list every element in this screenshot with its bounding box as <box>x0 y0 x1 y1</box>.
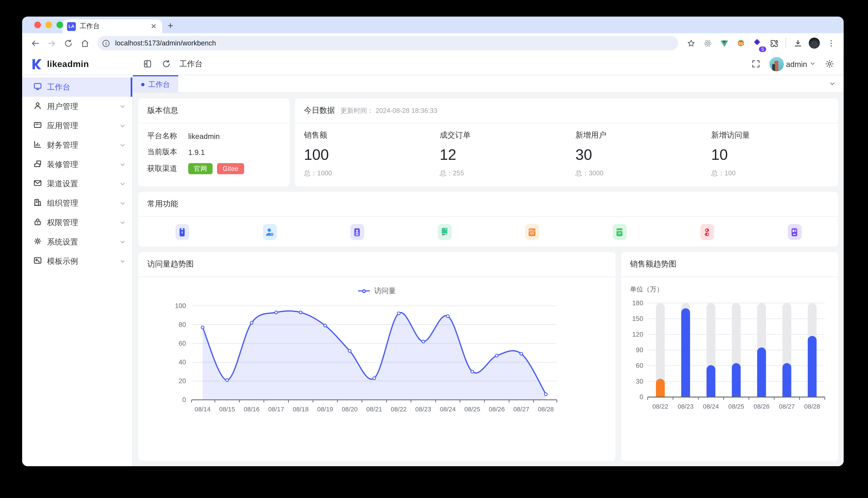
quick-item-角色管理[interactable]: 角色管理 <box>226 224 313 247</box>
chevron-down-icon <box>119 160 126 169</box>
stat-value: 10 <box>711 147 838 163</box>
refresh-page-icon[interactable] <box>159 57 173 70</box>
browser-tab[interactable]: LA 工作台 ✕ <box>63 19 162 33</box>
sidebar-item-装修管理[interactable]: 装修管理 <box>22 155 132 174</box>
sidebar: 工作台用户管理应用管理财务管理装修管理渠道设置组织管理权限管理系统设置模板示例 <box>22 75 133 466</box>
stat-label: 销售额 <box>304 131 431 141</box>
svg-text:08/24: 08/24 <box>440 406 456 412</box>
sidebar-item-模板示例[interactable]: 模板示例 <box>22 251 132 271</box>
quick-functions-card: 常用功能 管理员角色管理部门管理字典管理代码生成器素材中心菜单权限网站信息 <box>138 192 838 247</box>
finance-chart-icon <box>33 140 42 150</box>
department-card-icon <box>350 224 364 240</box>
sidebar-item-label: 用户管理 <box>47 102 114 112</box>
zoom-window-button[interactable] <box>56 22 63 28</box>
page-tab-label: 工作台 <box>149 79 170 89</box>
quick-item-管理员[interactable]: 管理员 <box>138 224 226 247</box>
home-icon[interactable] <box>78 36 92 50</box>
close-window-button[interactable] <box>34 22 41 28</box>
downloads-icon[interactable] <box>790 36 805 50</box>
quick-item-部门管理[interactable]: 部门管理 <box>313 224 401 247</box>
minimize-window-button[interactable] <box>46 22 52 28</box>
version-row: 当前版本1.9.1 <box>147 147 281 157</box>
back-icon[interactable] <box>28 36 42 50</box>
visits-trend-title: 访问量趋势图 <box>138 252 615 277</box>
window-controls[interactable] <box>34 22 63 28</box>
today-card-title: 今日数据 <box>304 106 335 116</box>
stat-label: 新增访问量 <box>711 131 838 141</box>
vue-devtools-extension-icon[interactable] <box>717 36 731 50</box>
quick-item-字典管理[interactable]: 字典管理 <box>401 224 488 247</box>
tab-close-icon[interactable]: ✕ <box>150 22 158 30</box>
version-channel-row: 获取渠道官网Gitee <box>147 163 281 174</box>
browser-profile-avatar[interactable] <box>807 36 821 50</box>
svg-text:08/16: 08/16 <box>244 406 260 412</box>
stat-value: 12 <box>440 147 567 163</box>
svg-text:0: 0 <box>639 393 643 401</box>
reload-icon[interactable] <box>61 36 75 50</box>
svg-text:08/22: 08/22 <box>652 403 668 410</box>
quick-item-label: 菜单权限 <box>692 246 721 247</box>
svg-text:08/23: 08/23 <box>678 403 694 410</box>
sidebar-item-组织管理[interactable]: 组织管理 <box>22 194 132 213</box>
sidebar-item-应用管理[interactable]: 应用管理 <box>22 116 132 135</box>
quick-item-label: 字典管理 <box>430 246 459 247</box>
settings-gear-icon[interactable] <box>822 57 836 70</box>
browser-menu-kebab-icon[interactable] <box>824 36 838 50</box>
page-tabs-row: 工作台 <box>133 75 844 93</box>
url-bar[interactable]: localhost:5173/admin/workbench <box>98 36 678 50</box>
svg-text:30: 30 <box>636 378 643 385</box>
svg-text:08/26: 08/26 <box>754 403 769 410</box>
channel-label: 获取渠道 <box>147 163 188 174</box>
user-avatar <box>769 57 784 71</box>
browser-tab-strip: LA 工作台 ✕ + <box>22 17 844 33</box>
gem-extension-icon[interactable]: 5 <box>750 36 764 50</box>
official-site-button[interactable]: 官网 <box>188 163 213 174</box>
page-tab-workbench[interactable]: 工作台 <box>133 75 178 92</box>
version-info-card: 版本信息 平台名称likeadmin当前版本1.9.1获取渠道官网Gitee <box>138 99 290 186</box>
sidebar-item-用户管理[interactable]: 用户管理 <box>22 97 132 116</box>
sidebar-item-label: 应用管理 <box>47 121 114 131</box>
bookmark-star-icon[interactable] <box>684 36 698 50</box>
sidebar-item-财务管理[interactable]: 财务管理 <box>22 135 132 155</box>
svg-text:100: 100 <box>175 302 186 310</box>
quick-item-菜单权限[interactable]: 菜单权限 <box>663 224 751 247</box>
version-row-label: 平台名称 <box>147 131 188 141</box>
collapse-sidebar-icon[interactable] <box>141 57 154 70</box>
extensions-puzzle-icon[interactable] <box>767 36 781 50</box>
svg-text:60: 60 <box>179 340 186 347</box>
forward-icon[interactable] <box>44 36 59 50</box>
svg-text:40: 40 <box>179 358 186 366</box>
sidebar-item-工作台[interactable]: 工作台 <box>22 77 132 97</box>
user-menu[interactable]: admin <box>769 57 816 71</box>
svg-text:08/20: 08/20 <box>342 406 358 412</box>
site-info-icon[interactable] <box>100 37 112 49</box>
svg-text:60: 60 <box>636 362 643 369</box>
update-time: 更新时间： 2024-08-28 18:36:33 <box>341 106 437 115</box>
chart-legend[interactable]: 访问量 <box>138 286 615 296</box>
sidebar-item-渠道设置[interactable]: 渠道设置 <box>22 174 132 194</box>
stat-value: 30 <box>575 147 702 163</box>
sidebar-item-系统设置[interactable]: 系统设置 <box>22 232 132 252</box>
legend-line-marker-icon <box>358 289 370 293</box>
quick-item-label: 管理员 <box>171 246 193 247</box>
quick-item-label: 素材中心 <box>605 246 634 247</box>
brand-area[interactable]: likeadmin <box>22 53 133 75</box>
new-tab-button[interactable]: + <box>168 21 173 31</box>
gitee-button[interactable]: Gitee <box>217 163 244 174</box>
tabs-dropdown-chevron-icon[interactable] <box>821 75 844 92</box>
fullscreen-icon[interactable] <box>750 57 763 70</box>
react-devtools-extension-icon[interactable] <box>700 36 715 50</box>
quick-item-网站信息[interactable]: 网站信息 <box>751 224 838 247</box>
stat-total: 总：3000 <box>575 169 702 178</box>
chevron-down-icon <box>119 180 126 188</box>
quick-item-label: 部门管理 <box>343 246 371 247</box>
quick-item-代码生成器[interactable]: 代码生成器 <box>488 224 576 247</box>
sq-extension-icon[interactable]: SQ <box>733 36 748 50</box>
gear-icon <box>33 237 42 247</box>
sidebar-item-权限管理[interactable]: 权限管理 <box>22 213 132 232</box>
sales-bar-chart: 030609012015018008/2208/2308/2408/2508/2… <box>630 295 829 427</box>
website-info-icon <box>788 224 801 240</box>
quick-item-素材中心[interactable]: 素材中心 <box>576 224 663 247</box>
stat-新增用户: 新增用户30总：3000 <box>567 131 702 178</box>
svg-text:08/19: 08/19 <box>317 406 333 412</box>
